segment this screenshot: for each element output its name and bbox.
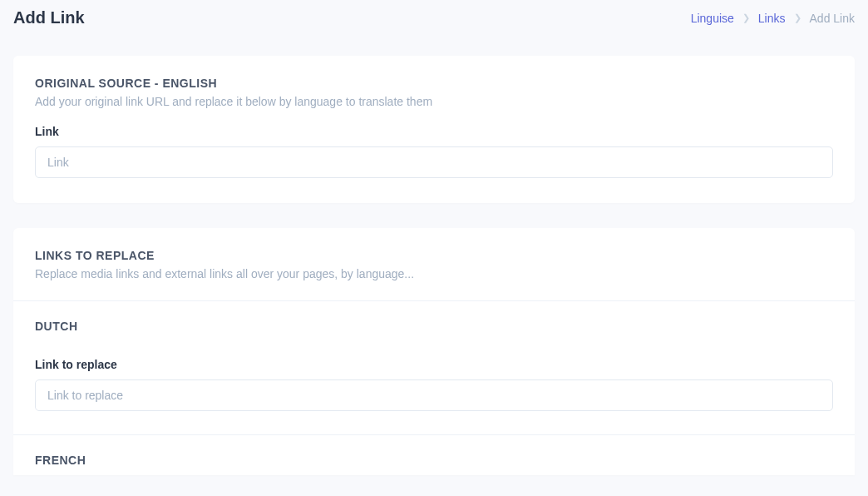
breadcrumb: Linguise ❯ Links ❯ Add Link bbox=[691, 12, 855, 25]
breadcrumb-link-linguise[interactable]: Linguise bbox=[691, 12, 734, 25]
page-header: Add Link Linguise ❯ Links ❯ Add Link bbox=[0, 0, 868, 41]
links-to-replace-header: LINKS TO REPLACE Replace media links and… bbox=[13, 228, 855, 300]
chevron-right-icon: ❯ bbox=[742, 12, 750, 23]
breadcrumb-current: Add Link bbox=[810, 12, 855, 25]
link-input[interactable] bbox=[35, 146, 833, 178]
link-label: Link bbox=[35, 125, 833, 138]
language-section-french: FRENCH bbox=[13, 435, 855, 475]
original-source-card: ORIGINAL SOURCE - ENGLISH Add your origi… bbox=[13, 56, 855, 203]
language-name-french: FRENCH bbox=[35, 454, 833, 467]
chevron-right-icon: ❯ bbox=[794, 12, 801, 23]
links-to-replace-card: LINKS TO REPLACE Replace media links and… bbox=[13, 228, 855, 475]
link-to-replace-label-dutch: Link to replace bbox=[35, 358, 833, 371]
page-title: Add Link bbox=[13, 8, 85, 27]
original-source-desc: Add your original link URL and replace i… bbox=[35, 95, 833, 108]
content-area: ORIGINAL SOURCE - ENGLISH Add your origi… bbox=[0, 41, 868, 475]
breadcrumb-link-links[interactable]: Links bbox=[758, 12, 786, 25]
language-section-dutch: DUTCH Link to replace bbox=[13, 300, 855, 435]
language-name-dutch: DUTCH bbox=[35, 320, 833, 333]
link-to-replace-input-dutch[interactable] bbox=[35, 379, 833, 411]
links-to-replace-title: LINKS TO REPLACE bbox=[35, 249, 833, 262]
original-source-title: ORIGINAL SOURCE - ENGLISH bbox=[35, 77, 833, 90]
links-to-replace-desc: Replace media links and external links a… bbox=[35, 267, 833, 280]
